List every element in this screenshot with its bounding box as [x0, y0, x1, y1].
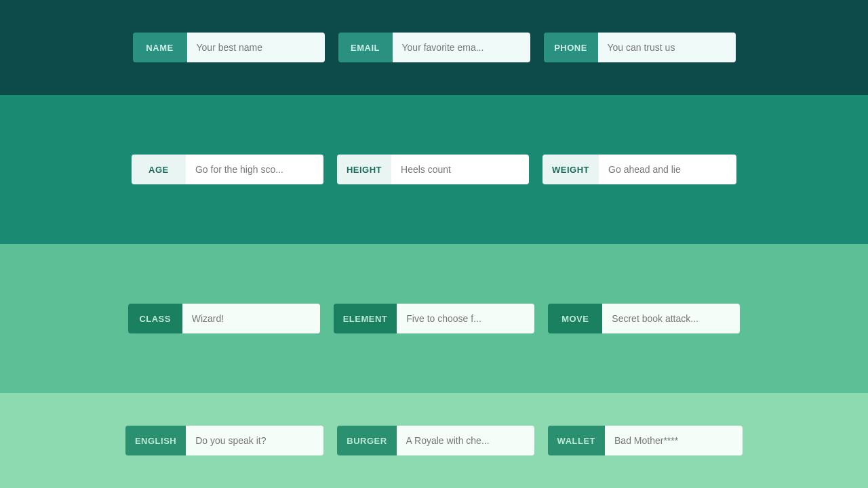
label-move: Move — [548, 304, 602, 333]
field-group-move: Move — [548, 304, 740, 333]
input-burger[interactable] — [397, 426, 534, 455]
label-email: Email — [338, 33, 393, 62]
field-group-wallet: Wallet — [548, 426, 743, 455]
section-3: Class Element Move — [0, 244, 868, 393]
label-element: Element — [334, 304, 397, 333]
field-group-english: English — [125, 426, 323, 455]
field-group-phone: Phone — [544, 33, 736, 62]
input-phone[interactable] — [598, 33, 736, 62]
fields-row-4: English Burger Wallet — [125, 426, 743, 455]
input-height[interactable] — [391, 155, 529, 184]
fields-row-2: AGE HEIGHT WEIGHT — [132, 155, 736, 184]
field-group-age: AGE — [132, 155, 323, 184]
label-height: HEIGHT — [337, 155, 391, 184]
input-english[interactable] — [186, 426, 323, 455]
input-name[interactable] — [187, 33, 325, 62]
section-4: English Burger Wallet — [0, 393, 868, 488]
field-group-element: Element — [334, 304, 535, 333]
field-group-name: Name — [133, 33, 325, 62]
input-element[interactable] — [397, 304, 534, 333]
field-group-class: Class — [128, 304, 320, 333]
input-email[interactable] — [393, 33, 530, 62]
label-age: AGE — [132, 155, 186, 184]
input-class[interactable] — [182, 304, 320, 333]
label-class: Class — [128, 304, 182, 333]
label-weight: WEIGHT — [542, 155, 599, 184]
field-group-weight: WEIGHT — [542, 155, 736, 184]
label-burger: Burger — [337, 426, 396, 455]
input-weight[interactable] — [599, 155, 736, 184]
section-1: Name Email Phone — [0, 0, 868, 95]
label-english: English — [125, 426, 186, 455]
section-2: AGE HEIGHT WEIGHT — [0, 95, 868, 244]
input-age[interactable] — [186, 155, 323, 184]
field-group-burger: Burger — [337, 426, 534, 455]
input-move[interactable] — [602, 304, 740, 333]
label-name: Name — [133, 33, 187, 62]
label-wallet: Wallet — [548, 426, 605, 455]
field-group-email: Email — [338, 33, 530, 62]
fields-row-3: Class Element Move — [128, 304, 741, 333]
field-group-height: HEIGHT — [337, 155, 529, 184]
label-phone: Phone — [544, 33, 598, 62]
input-wallet[interactable] — [605, 426, 743, 455]
fields-row-1: Name Email Phone — [133, 33, 736, 62]
